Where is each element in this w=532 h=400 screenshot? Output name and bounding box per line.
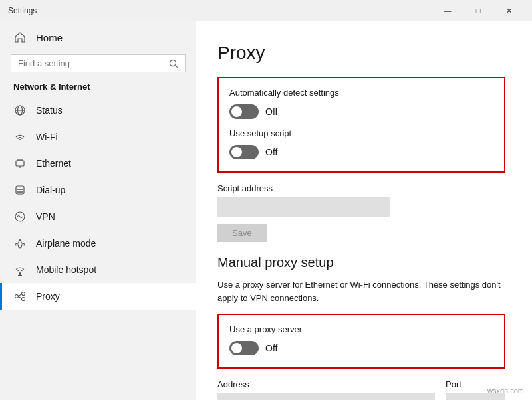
vpn-icon xyxy=(13,210,27,223)
svg-line-23 xyxy=(19,294,22,297)
svg-point-14 xyxy=(17,191,19,193)
sidebar-item-wifi[interactable]: Wi-Fi xyxy=(0,124,196,150)
proxy-server-toggle-row: Off xyxy=(229,341,493,355)
setup-script-toggle-label: Off xyxy=(265,147,277,157)
airplane-label: Airplane mode xyxy=(36,238,96,249)
proxy-label: Proxy xyxy=(36,291,60,302)
sidebar-section-title: Network & Internet xyxy=(0,79,196,97)
svg-point-21 xyxy=(22,292,25,296)
svg-point-13 xyxy=(21,189,23,190)
airplane-icon xyxy=(13,237,27,250)
svg-rect-18 xyxy=(19,273,21,275)
setup-script-toggle-knob xyxy=(231,147,242,157)
svg-rect-5 xyxy=(16,161,24,166)
save-button[interactable]: Save xyxy=(217,224,267,242)
minimize-button[interactable]: — xyxy=(432,0,463,21)
svg-point-0 xyxy=(170,60,176,66)
address-label: Address xyxy=(217,379,435,389)
svg-point-15 xyxy=(19,191,21,193)
home-label: Home xyxy=(36,32,63,43)
svg-point-12 xyxy=(19,189,21,190)
ethernet-icon xyxy=(13,157,27,170)
setup-script-toggle-row: Off xyxy=(229,145,493,159)
app-body: Home Network & Internet Status xyxy=(0,21,532,400)
svg-rect-19 xyxy=(18,275,22,276)
globe-icon xyxy=(13,104,27,117)
manual-proxy-desc: Use a proxy server for Ethernet or Wi-Fi… xyxy=(217,278,505,304)
sidebar-item-proxy[interactable]: Proxy xyxy=(0,283,196,310)
hotspot-icon xyxy=(13,263,27,276)
script-address-label: Script address xyxy=(217,183,505,193)
setup-script-label: Use setup script xyxy=(229,128,493,138)
titlebar: Settings — □ ✕ xyxy=(0,0,532,21)
sidebar: Home Network & Internet Status xyxy=(0,21,196,400)
ethernet-label: Ethernet xyxy=(36,158,71,169)
sidebar-item-hotspot[interactable]: Mobile hotspot xyxy=(0,256,196,283)
content-area: Proxy Automatically detect settings Off … xyxy=(196,21,532,400)
dialup-label: Dial-up xyxy=(36,185,65,195)
sidebar-item-airplane[interactable]: Airplane mode xyxy=(0,230,196,256)
proxy-server-toggle-knob xyxy=(231,343,242,353)
page-title: Proxy xyxy=(217,43,505,64)
vpn-label: VPN xyxy=(36,211,55,222)
proxy-server-section: Use a proxy server Off xyxy=(217,314,505,369)
auto-detect-toggle-row: Off xyxy=(229,104,493,119)
manual-proxy-title: Manual proxy setup xyxy=(217,255,505,270)
auto-proxy-section: Automatically detect settings Off Use se… xyxy=(217,77,505,173)
watermark: wsxdn.com xyxy=(487,387,524,395)
sidebar-item-home[interactable]: Home xyxy=(0,24,196,50)
status-label: Status xyxy=(36,105,63,116)
sidebar-item-vpn[interactable]: VPN xyxy=(0,203,196,230)
setup-script-toggle[interactable] xyxy=(229,145,259,159)
close-button[interactable]: ✕ xyxy=(493,0,524,21)
wifi-label: Wi-Fi xyxy=(36,132,58,142)
search-icon xyxy=(169,59,178,68)
svg-line-1 xyxy=(176,65,178,68)
search-box[interactable] xyxy=(11,54,186,72)
sidebar-item-status[interactable]: Status xyxy=(0,97,196,124)
sidebar-item-dialup[interactable]: Dial-up xyxy=(0,177,196,203)
address-port-row: Address Port xyxy=(217,379,505,400)
home-icon xyxy=(13,31,27,44)
svg-point-20 xyxy=(15,295,19,298)
titlebar-controls: — □ ✕ xyxy=(432,0,524,21)
address-input[interactable] xyxy=(217,393,435,400)
address-field: Address xyxy=(217,379,435,400)
svg-point-11 xyxy=(17,189,19,190)
search-input[interactable] xyxy=(18,58,164,68)
auto-detect-toggle[interactable] xyxy=(229,104,259,119)
dialup-icon xyxy=(13,183,27,197)
proxy-server-label: Use a proxy server xyxy=(229,324,493,334)
auto-detect-toggle-label: Off xyxy=(265,106,277,117)
titlebar-title: Settings xyxy=(8,6,37,15)
svg-point-22 xyxy=(22,298,25,301)
auto-detect-label: Automatically detect settings xyxy=(229,88,493,98)
proxy-server-toggle-label: Off xyxy=(265,343,277,353)
svg-line-24 xyxy=(19,296,22,299)
hotspot-label: Mobile hotspot xyxy=(36,264,96,275)
script-address-input[interactable] xyxy=(217,197,390,217)
proxy-icon xyxy=(13,290,27,303)
sidebar-item-ethernet[interactable]: Ethernet xyxy=(0,150,196,177)
svg-point-16 xyxy=(21,191,23,193)
auto-detect-toggle-knob xyxy=(231,106,242,117)
proxy-server-toggle[interactable] xyxy=(229,341,259,355)
maximize-button[interactable]: □ xyxy=(463,0,493,21)
wifi-icon xyxy=(13,130,27,144)
